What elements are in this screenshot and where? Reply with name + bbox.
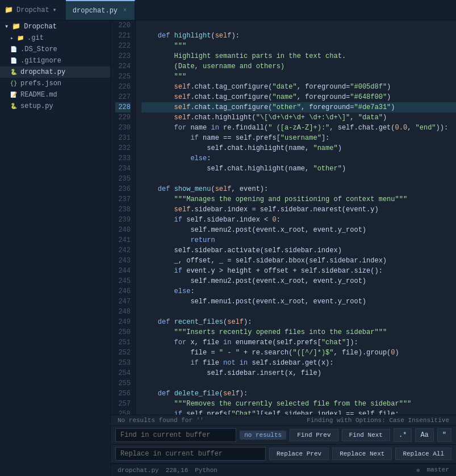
line-number-235: 235 [115,174,131,184]
line-number-253: 253 [115,358,131,368]
regex-button[interactable]: .* [394,428,412,442]
file-status: dropchat.py [118,467,159,474]
line-number-247: 247 [115,297,131,307]
line-number-243: 243 [115,256,131,266]
find-status-bar: No results found for '' Finding with Opt… [111,415,456,426]
code-line-226: self.chat.tag_configure("date", foregrou… [141,82,456,92]
sidebar: ▾📁Dropchat▸ 📁.git📄.DS_Store📄.gitignore🐍d… [0,20,111,476]
code-line-258: if self.prefs["Chat"][self.sidebar.index… [141,409,456,415]
line-number-229: 229 [115,112,131,123]
line-number-242: 242 [115,245,131,256]
tab-dropchat-py[interactable]: dropchat.py× [66,0,135,20]
code-line-240: self.menu2.post(event.x_root, event.y_ro… [141,225,456,235]
branch-label: ✲ [416,466,420,474]
word-button[interactable]: " [437,428,451,442]
sidebar-label-dropchat: dropchat.py [20,68,65,76]
find-input[interactable] [115,428,236,442]
sidebar-item-ds_store[interactable]: 📄.DS_Store [0,44,110,55]
find-prev-button[interactable]: Find Prev [290,429,338,441]
file-py-icon: 🐍 [10,69,17,76]
sidebar-item-setup[interactable]: 🐍setup.py [0,101,110,112]
line-number-258: 258 [115,409,131,415]
code-line-235 [141,174,456,184]
sidebar-label-ds_store: .DS_Store [20,45,57,53]
root-label: Dropchat [24,23,57,31]
code-line-220 [141,20,456,31]
line-number-244: 244 [115,266,131,276]
code-line-232: self.chat.highlight(name, "name") [141,143,456,153]
tab-bar: dropchat.py× [66,0,135,20]
sidebar-item-readme[interactable]: 📝README.md [0,89,110,101]
language-label: Python [195,467,217,474]
cursor-position: 228,16 [166,467,189,474]
code-line-239: if self.sidebar.index < 0: [141,215,456,225]
status-left: dropchat.py 228,16 Python [118,467,217,474]
tab-close-icon[interactable]: × [122,7,128,14]
code-line-223: Highlight semantic parts in the text cha… [141,51,456,61]
sidebar-item-git[interactable]: ▸ 📁.git [0,32,110,44]
line-number-245: 245 [115,276,131,286]
code-line-231: if name == self.prefs["username"]: [141,133,456,143]
line-number-234: 234 [115,164,131,174]
find-options-label: Finding with Options: Case Insensitive [307,417,449,424]
case-button[interactable]: Aa [415,428,433,442]
code-line-255 [141,378,456,389]
line-number-223: 223 [115,51,131,61]
code-line-241: return [141,235,456,245]
top-bar: 📁 Dropchat ▾ dropchat.py× [0,0,456,20]
line-number-236: 236 [115,184,131,194]
replace-all-button[interactable]: Replace All [395,448,451,460]
code-line-256: def delete_file(self): [141,389,456,399]
code-line-249: def recent_files(self): [141,317,456,327]
code-line-228: self.chat.tag_configure("other", foregro… [141,102,456,112]
line-number-251: 251 [115,337,131,348]
line-number-231: 231 [115,133,131,143]
finding-options-text: Finding with Options: [307,417,386,424]
sidebar-item-prefs[interactable]: {}prefs.json [0,78,110,89]
status-right: ✲ master [416,466,449,474]
line-number-221: 221 [115,31,131,41]
line-number-222: 222 [115,41,131,51]
code-line-253: if file not in self.sidebar.get(x): [141,358,456,368]
case-option-text: Case Insensitive [389,417,449,424]
sidebar-root[interactable]: ▾📁Dropchat [0,20,110,32]
editor-area: 2202212222232242252262272282292302312322… [111,20,456,476]
find-next-button[interactable]: Find Next [342,429,390,441]
replace-input[interactable] [115,447,266,461]
sidebar-item-gitignore[interactable]: 📄.gitignore [0,55,110,66]
find-badge: no results [240,431,286,440]
line-number-232: 232 [115,143,131,153]
replace-next-button[interactable]: Replace Next [332,448,392,460]
sidebar-item-dropchat[interactable]: 🐍dropchat.py [0,66,110,78]
code-line-238: self.sidebar.index = self.sidebar.neares… [141,204,456,215]
code-line-243: _, offset, _ = self.sidebar.bbox(self.si… [141,256,456,266]
code-line-248 [141,307,456,317]
code-line-230: for name in re.findall(" ([a-zA-Z]+):", … [141,123,456,133]
replace-prev-button[interactable]: Replace Prev [269,448,329,460]
folder-icon: 📁 [12,22,20,31]
git-branch: master [426,466,449,474]
status-bar: dropchat.py 228,16 Python ✲ master [111,464,456,476]
file-py-icon: 🐍 [10,103,17,110]
code-line-222: """ [141,41,456,51]
code-line-221: def highlight(self): [141,31,456,41]
code-line-227: self.chat.tag_configure("name", foregrou… [141,92,456,102]
line-number-224: 224 [115,61,131,72]
find-row: no results Find Prev Find Next .* Aa " [111,426,456,445]
app-title: 📁 Dropchat ▾ [5,6,66,14]
sidebar-label-setup: setup.py [20,102,53,110]
sidebar-label-prefs: prefs.json [20,80,61,87]
tab-label: dropchat.py [73,7,118,15]
file-icon: 📄 [10,57,17,64]
line-number-241: 241 [115,235,131,245]
line-number-225: 225 [115,72,131,82]
code-line-242: self.sidebar.activate(self.sidebar.index… [141,245,456,256]
code-line-244: if event.y > height + offset + self.side… [141,266,456,276]
replace-row: Replace Prev Replace Next Replace All [111,445,456,464]
chevron-right-icon: ▾ [5,22,9,31]
line-number-254: 254 [115,368,131,378]
code-line-254: self.sidebar.insert(x, file) [141,368,456,378]
app-title-label: Dropchat [16,6,49,14]
file-json-icon: {} [10,81,17,87]
code-line-250: """Inserts recently opened files into th… [141,327,456,337]
